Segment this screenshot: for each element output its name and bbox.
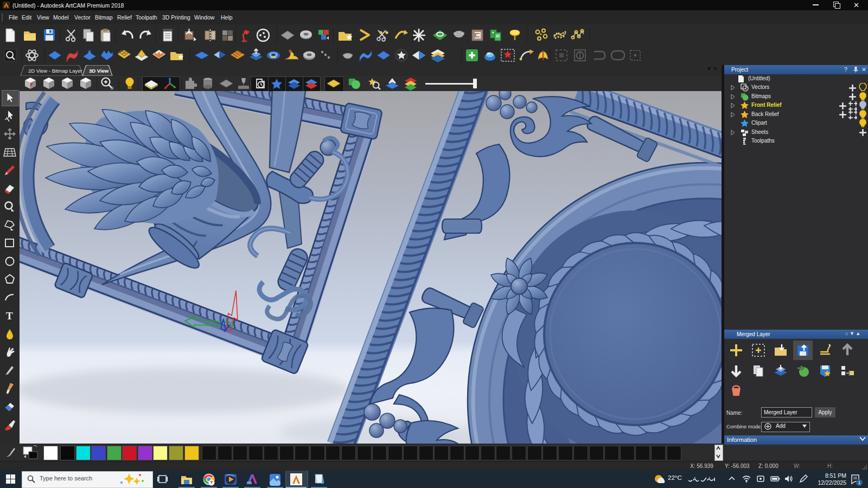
svg-text:T: T (6, 310, 13, 322)
svg-text:2D View - Bitmap Layer: 2D View - Bitmap Layer (28, 68, 82, 74)
svg-text:3D View: 3D View (89, 68, 109, 74)
